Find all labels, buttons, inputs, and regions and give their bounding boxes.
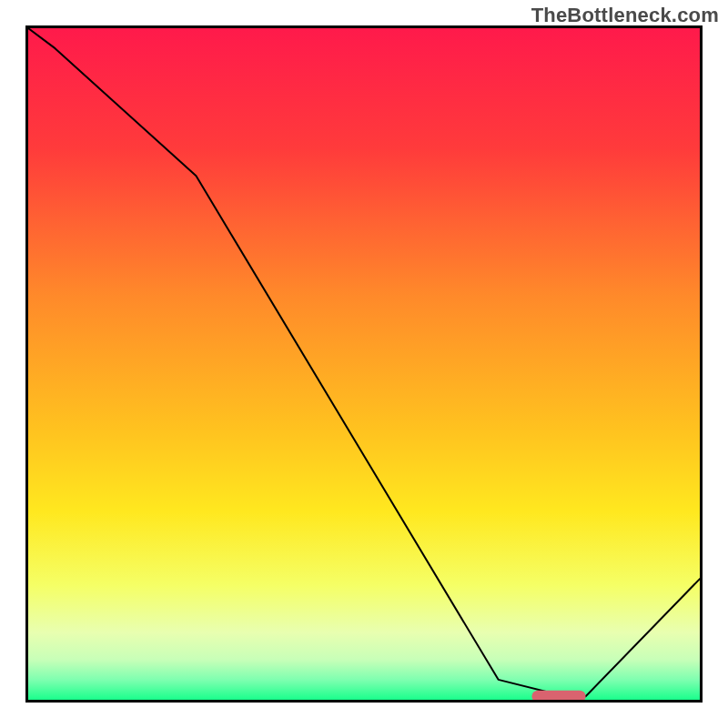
curve-line	[28, 28, 700, 696]
optimal-marker	[532, 691, 586, 700]
chart-svg	[28, 28, 700, 700]
chart-frame	[25, 25, 703, 703]
chart-container: TheBottleneck.com	[0, 0, 728, 728]
watermark-label: TheBottleneck.com	[531, 4, 719, 27]
